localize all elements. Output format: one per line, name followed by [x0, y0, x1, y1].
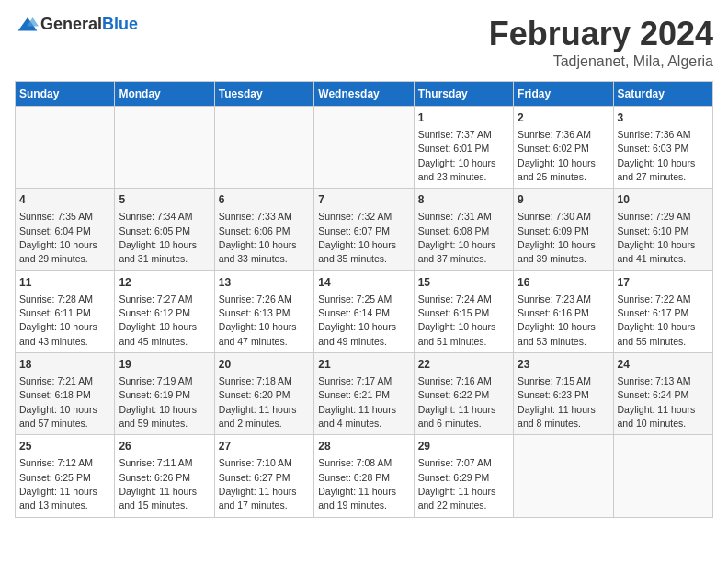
- day-number: 28: [318, 439, 409, 454]
- calendar-cell: 26Sunrise: 7:11 AM Sunset: 6:26 PM Dayli…: [115, 435, 214, 517]
- calendar-cell: 1Sunrise: 7:37 AM Sunset: 6:01 PM Daylig…: [414, 107, 513, 189]
- weekday-header: Tuesday: [214, 82, 313, 107]
- calendar-cell: 20Sunrise: 7:18 AM Sunset: 6:20 PM Dayli…: [214, 353, 313, 435]
- day-number: 26: [119, 439, 210, 454]
- calendar-cell: 24Sunrise: 7:13 AM Sunset: 6:24 PM Dayli…: [613, 353, 712, 435]
- calendar-cell: 25Sunrise: 7:12 AM Sunset: 6:25 PM Dayli…: [16, 435, 115, 517]
- calendar-cell: 15Sunrise: 7:24 AM Sunset: 6:15 PM Dayli…: [414, 270, 513, 352]
- day-number: 16: [518, 275, 609, 291]
- day-info: Sunrise: 7:19 AM Sunset: 6:19 PM Dayligh…: [119, 375, 197, 429]
- day-info: Sunrise: 7:10 AM Sunset: 6:27 PM Dayligh…: [219, 457, 297, 511]
- day-number: 27: [219, 439, 310, 454]
- day-info: Sunrise: 7:16 AM Sunset: 6:22 PM Dayligh…: [418, 375, 496, 429]
- day-info: Sunrise: 7:12 AM Sunset: 6:25 PM Dayligh…: [19, 457, 97, 511]
- subtitle: Tadjenanet, Mila, Algeria: [489, 53, 713, 70]
- calendar-table: SundayMondayTuesdayWednesdayThursdayFrid…: [15, 81, 713, 518]
- day-info: Sunrise: 7:08 AM Sunset: 6:28 PM Dayligh…: [318, 457, 396, 511]
- day-number: 24: [618, 357, 709, 373]
- day-info: Sunrise: 7:30 AM Sunset: 6:09 PM Dayligh…: [518, 211, 596, 264]
- day-info: Sunrise: 7:34 AM Sunset: 6:05 PM Dayligh…: [119, 211, 197, 264]
- day-number: 15: [418, 275, 509, 291]
- day-number: 4: [19, 192, 110, 208]
- day-number: 22: [418, 357, 509, 373]
- day-number: 19: [119, 357, 210, 373]
- weekday-header: Sunday: [16, 82, 115, 107]
- day-number: 25: [19, 439, 110, 454]
- calendar-cell: 19Sunrise: 7:19 AM Sunset: 6:19 PM Dayli…: [115, 353, 214, 435]
- day-info: Sunrise: 7:36 AM Sunset: 6:03 PM Dayligh…: [618, 129, 696, 182]
- calendar-cell: [613, 435, 712, 517]
- day-number: 5: [119, 192, 210, 208]
- day-info: Sunrise: 7:15 AM Sunset: 6:23 PM Dayligh…: [518, 375, 596, 429]
- calendar-cell: 22Sunrise: 7:16 AM Sunset: 6:22 PM Dayli…: [414, 353, 513, 435]
- calendar-cell: [115, 107, 214, 189]
- day-info: Sunrise: 7:22 AM Sunset: 6:17 PM Dayligh…: [618, 293, 696, 347]
- day-number: 13: [219, 275, 310, 291]
- calendar-cell: 28Sunrise: 7:08 AM Sunset: 6:28 PM Dayli…: [314, 435, 414, 517]
- calendar-cell: 27Sunrise: 7:10 AM Sunset: 6:27 PM Dayli…: [214, 435, 313, 517]
- calendar-cell: 2Sunrise: 7:36 AM Sunset: 6:02 PM Daylig…: [514, 107, 613, 189]
- day-number: 9: [518, 192, 609, 208]
- calendar-cell: 29Sunrise: 7:07 AM Sunset: 6:29 PM Dayli…: [414, 435, 513, 517]
- weekday-header: Thursday: [414, 82, 513, 107]
- calendar-cell: 18Sunrise: 7:21 AM Sunset: 6:18 PM Dayli…: [16, 353, 115, 435]
- day-number: 6: [219, 192, 310, 208]
- day-number: 18: [19, 357, 110, 373]
- calendar-cell: 6Sunrise: 7:33 AM Sunset: 6:06 PM Daylig…: [214, 189, 313, 270]
- day-number: 20: [219, 357, 310, 373]
- calendar-cell: 3Sunrise: 7:36 AM Sunset: 6:03 PM Daylig…: [613, 107, 712, 189]
- page-header: GeneralBlue February 2024 Tadjenanet, Mi…: [15, 15, 713, 70]
- day-info: Sunrise: 7:29 AM Sunset: 6:10 PM Dayligh…: [618, 211, 696, 264]
- calendar-week-row: 1Sunrise: 7:37 AM Sunset: 6:01 PM Daylig…: [16, 107, 713, 189]
- calendar-cell: [16, 107, 115, 189]
- day-number: 1: [418, 110, 509, 126]
- calendar-cell: 14Sunrise: 7:25 AM Sunset: 6:14 PM Dayli…: [314, 270, 414, 352]
- day-info: Sunrise: 7:21 AM Sunset: 6:18 PM Dayligh…: [19, 375, 97, 429]
- day-info: Sunrise: 7:24 AM Sunset: 6:15 PM Dayligh…: [418, 293, 496, 347]
- day-number: 29: [418, 439, 509, 454]
- calendar-cell: 17Sunrise: 7:22 AM Sunset: 6:17 PM Dayli…: [613, 270, 712, 352]
- day-number: 7: [318, 192, 409, 208]
- day-number: 10: [618, 192, 709, 208]
- day-info: Sunrise: 7:07 AM Sunset: 6:29 PM Dayligh…: [418, 457, 496, 511]
- logo-icon: [17, 16, 39, 34]
- day-info: Sunrise: 7:17 AM Sunset: 6:21 PM Dayligh…: [318, 375, 396, 429]
- day-number: 17: [618, 275, 709, 291]
- day-info: Sunrise: 7:28 AM Sunset: 6:11 PM Dayligh…: [19, 293, 97, 347]
- day-number: 8: [418, 192, 509, 208]
- calendar-week-row: 25Sunrise: 7:12 AM Sunset: 6:25 PM Dayli…: [16, 435, 713, 517]
- day-info: Sunrise: 7:26 AM Sunset: 6:13 PM Dayligh…: [219, 293, 297, 347]
- day-info: Sunrise: 7:11 AM Sunset: 6:26 PM Dayligh…: [119, 457, 197, 511]
- calendar-cell: [314, 107, 414, 189]
- calendar-cell: 11Sunrise: 7:28 AM Sunset: 6:11 PM Dayli…: [16, 270, 115, 352]
- day-number: 12: [119, 275, 210, 291]
- weekday-header: Wednesday: [314, 82, 414, 107]
- day-number: 14: [318, 275, 409, 291]
- calendar-cell: 21Sunrise: 7:17 AM Sunset: 6:21 PM Dayli…: [314, 353, 414, 435]
- calendar-cell: 8Sunrise: 7:31 AM Sunset: 6:08 PM Daylig…: [414, 189, 513, 270]
- calendar-cell: 16Sunrise: 7:23 AM Sunset: 6:16 PM Dayli…: [514, 270, 613, 352]
- calendar-cell: 13Sunrise: 7:26 AM Sunset: 6:13 PM Dayli…: [214, 270, 313, 352]
- calendar-week-row: 11Sunrise: 7:28 AM Sunset: 6:11 PM Dayli…: [16, 270, 713, 352]
- calendar-cell: [514, 435, 613, 517]
- calendar-cell: 10Sunrise: 7:29 AM Sunset: 6:10 PM Dayli…: [613, 189, 712, 270]
- weekday-header: Saturday: [613, 82, 712, 107]
- day-info: Sunrise: 7:25 AM Sunset: 6:14 PM Dayligh…: [318, 293, 396, 347]
- calendar-cell: 9Sunrise: 7:30 AM Sunset: 6:09 PM Daylig…: [514, 189, 613, 270]
- day-number: 21: [318, 357, 409, 373]
- calendar-cell: 23Sunrise: 7:15 AM Sunset: 6:23 PM Dayli…: [514, 353, 613, 435]
- calendar-cell: 5Sunrise: 7:34 AM Sunset: 6:05 PM Daylig…: [115, 189, 214, 270]
- weekday-header: Friday: [514, 82, 613, 107]
- day-info: Sunrise: 7:36 AM Sunset: 6:02 PM Dayligh…: [518, 129, 596, 182]
- day-info: Sunrise: 7:32 AM Sunset: 6:07 PM Dayligh…: [318, 211, 396, 264]
- title-block: February 2024 Tadjenanet, Mila, Algeria: [489, 15, 713, 70]
- day-info: Sunrise: 7:35 AM Sunset: 6:04 PM Dayligh…: [19, 211, 97, 264]
- logo-general: General: [40, 15, 102, 33]
- day-number: 23: [518, 357, 609, 373]
- logo-blue: Blue: [102, 15, 138, 33]
- calendar-body: 1Sunrise: 7:37 AM Sunset: 6:01 PM Daylig…: [16, 107, 713, 518]
- calendar-cell: 4Sunrise: 7:35 AM Sunset: 6:04 PM Daylig…: [16, 189, 115, 270]
- day-info: Sunrise: 7:33 AM Sunset: 6:06 PM Dayligh…: [219, 211, 297, 264]
- day-info: Sunrise: 7:37 AM Sunset: 6:01 PM Dayligh…: [418, 129, 496, 182]
- calendar-cell: 12Sunrise: 7:27 AM Sunset: 6:12 PM Dayli…: [115, 270, 214, 352]
